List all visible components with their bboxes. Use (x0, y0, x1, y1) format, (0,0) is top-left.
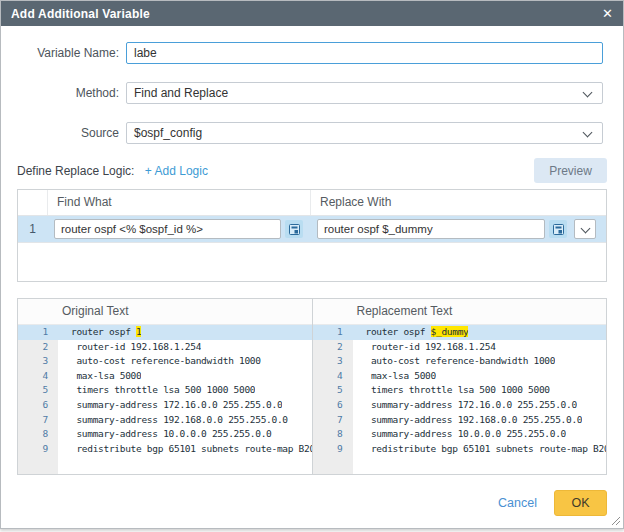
add-logic-link[interactable]: + Add Logic (145, 164, 208, 178)
code-line[interactable]: 1router ospf 1 (18, 325, 312, 340)
define-replace-logic-label: Define Replace Logic: (17, 158, 134, 184)
code-text: summary-address 172.16.0.0 255.255.0.0 (58, 398, 282, 413)
resize-handle[interactable] (610, 515, 620, 525)
define-replace-logic-row: Define Replace Logic: + Add Logic Previe… (17, 158, 607, 184)
code-text: max-lsa 5000 (353, 369, 436, 384)
method-selected-value: Find and Replace (134, 86, 228, 100)
expression-editor-icon[interactable] (285, 220, 303, 238)
rules-table-header: Find What Replace With (18, 190, 606, 216)
code-line[interactable]: 6 summary-address 172.16.0.0 255.255.0.0 (313, 398, 607, 413)
find-what-column-header: Find What (47, 190, 310, 215)
cancel-button[interactable]: Cancel (498, 496, 537, 510)
line-number: 3 (18, 354, 58, 369)
code-text: redistribute bgp 65101 subnets route-map… (353, 442, 607, 457)
close-icon[interactable]: ✕ (602, 7, 613, 20)
line-number: 8 (18, 427, 58, 442)
find-what-input[interactable] (54, 219, 281, 239)
line-number: 6 (18, 398, 58, 413)
line-number: 1 (313, 325, 353, 340)
line-number: 7 (313, 413, 353, 428)
code-line[interactable]: 3 auto-cost reference-bandwidth 1000 (18, 354, 312, 369)
code-text: auto-cost reference-bandwidth 1000 (353, 354, 556, 369)
replacement-text-panel: Replacement Text 1router ospf $_dummy2 r… (313, 298, 608, 475)
code-line[interactable]: 3 auto-cost reference-bandwidth 1000 (313, 354, 607, 369)
preview-panels: Original Text 1router ospf 12 router-id … (17, 298, 607, 475)
replace-with-cell (310, 216, 574, 242)
find-replace-rules-table: Find What Replace With 1 (17, 189, 607, 282)
find-what-cell (47, 216, 310, 242)
method-row: Method: Find and Replace (1, 82, 623, 104)
line-number: 3 (313, 354, 353, 369)
code-line[interactable]: 4 max-lsa 5000 (313, 369, 607, 384)
source-selected-value: $ospf_config (134, 126, 202, 140)
code-line[interactable]: 4 max-lsa 5000 (18, 369, 312, 384)
code-text: summary-address 192.168.0.0 255.255.0.0 (353, 413, 583, 428)
line-number: 4 (18, 369, 58, 384)
row-index: 1 (18, 222, 47, 236)
code-text: router-id 192.168.1.254 (353, 340, 496, 355)
method-label: Method: (1, 82, 119, 104)
source-label: Source (1, 122, 119, 144)
line-number: 9 (313, 442, 353, 457)
code-line[interactable]: 2 router-id 192.168.1.254 (18, 340, 312, 355)
source-select[interactable]: $ospf_config (126, 122, 603, 144)
code-line[interactable]: 8 summary-address 10.0.0.0 255.255.0.0 (313, 427, 607, 442)
code-text: timers throttle lsa 500 1000 5000 (58, 383, 255, 398)
chevron-down-icon (583, 88, 593, 98)
replace-with-input[interactable] (317, 219, 545, 239)
code-line[interactable]: 5 timers throttle lsa 500 1000 5000 (18, 383, 312, 398)
dialog-titlebar: Add Additional Variable ✕ (1, 1, 623, 26)
line-number: 6 (313, 398, 353, 413)
line-number: 8 (313, 427, 353, 442)
code-text: summary-address 172.16.0.0 255.255.0.0 (353, 398, 577, 413)
line-number: 4 (313, 369, 353, 384)
row-options-dropdown[interactable] (574, 219, 596, 239)
ok-button[interactable]: OK (554, 490, 607, 516)
chevron-down-icon (583, 128, 593, 138)
line-number: 5 (18, 383, 58, 398)
variable-name-label: Variable Name: (1, 42, 119, 64)
code-line[interactable]: 2 router-id 192.168.1.254 (313, 340, 607, 355)
code-text: summary-address 10.0.0.0 255.255.0.0 (353, 427, 567, 442)
line-number: 2 (18, 340, 58, 355)
highlighted-token: $_dummy (431, 326, 469, 337)
code-line[interactable]: 6 summary-address 172.16.0.0 255.255.0.0 (18, 398, 312, 413)
code-line[interactable]: 5 timers throttle lsa 500 1000 5000 (313, 383, 607, 398)
code-line[interactable]: 9 redistribute bgp 65101 subnets route-m… (18, 442, 312, 457)
preview-button[interactable]: Preview (534, 158, 607, 183)
add-additional-variable-dialog: Add Additional Variable ✕ Variable Name:… (0, 0, 624, 529)
highlighted-token: 1 (136, 326, 141, 337)
source-row: Source $ospf_config (1, 122, 623, 144)
original-text-body[interactable]: 1router ospf 12 router-id 192.168.1.2543… (18, 325, 312, 474)
line-number: 9 (18, 442, 58, 457)
method-select[interactable]: Find and Replace (126, 82, 603, 104)
replacement-text-header: Replacement Text (313, 299, 607, 325)
code-line[interactable]: 1router ospf $_dummy (313, 325, 607, 340)
code-text: max-lsa 5000 (58, 369, 141, 384)
replace-with-column-header: Replace With (310, 190, 606, 215)
code-line[interactable]: 7 summary-address 192.168.0.0 255.255.0.… (313, 413, 607, 428)
code-text: summary-address 192.168.0.0 255.255.0.0 (58, 413, 288, 428)
table-row[interactable]: 1 (18, 216, 606, 243)
chevron-down-icon (581, 224, 591, 234)
line-number: 7 (18, 413, 58, 428)
code-line[interactable]: 7 summary-address 192.168.0.0 255.255.0.… (18, 413, 312, 428)
code-text: auto-cost reference-bandwidth 1000 (58, 354, 261, 369)
code-text: router ospf $_dummy (353, 325, 469, 340)
replacement-text-body[interactable]: 1router ospf $_dummy2 router-id 192.168.… (313, 325, 607, 474)
expression-editor-icon[interactable] (549, 220, 567, 238)
index-column-header (18, 190, 47, 215)
code-text: summary-address 10.0.0.0 255.255.0.0 (58, 427, 272, 442)
variable-name-input[interactable] (126, 42, 603, 64)
line-number: 2 (313, 340, 353, 355)
original-text-panel: Original Text 1router ospf 12 router-id … (17, 298, 313, 475)
code-line[interactable]: 8 summary-address 10.0.0.0 255.255.0.0 (18, 427, 312, 442)
code-text: router-id 192.168.1.254 (58, 340, 201, 355)
original-text-header: Original Text (18, 299, 312, 325)
line-number: 5 (313, 383, 353, 398)
variable-name-row: Variable Name: (1, 42, 623, 64)
dialog-title: Add Additional Variable (11, 7, 150, 21)
code-text: router ospf 1 (58, 325, 141, 340)
line-number: 1 (18, 325, 58, 340)
code-line[interactable]: 9 redistribute bgp 65101 subnets route-m… (313, 442, 607, 457)
